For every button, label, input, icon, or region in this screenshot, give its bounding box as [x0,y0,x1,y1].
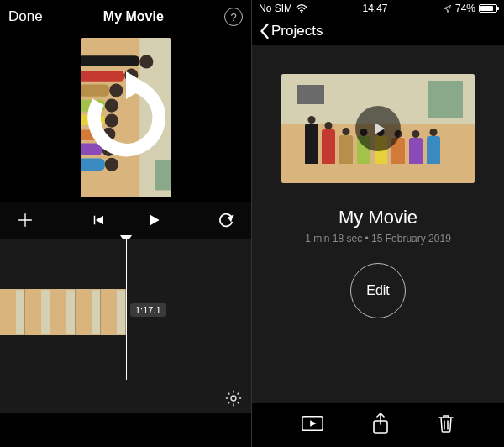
project-title: My Movie [103,9,164,24]
timeline[interactable]: 1:17.1 [0,239,251,413]
location-icon [443,4,452,13]
project-detail: My Movie 1 min 18 sec • 15 February 2019… [252,45,504,403]
battery-icon [479,4,497,13]
clip-duration-label: 1:17.1 [130,303,166,317]
svg-point-6 [301,11,302,13]
video-clip[interactable] [0,289,126,335]
play-overlay-icon [355,106,401,151]
share-button[interactable] [372,413,389,438]
svg-point-5 [231,396,236,401]
editor-header: Done My Movie ? [0,0,251,34]
back-label: Projects [271,23,323,39]
svg-marker-7 [375,123,385,134]
skip-back-button[interactable] [83,205,113,235]
project-title: My Movie [339,207,417,229]
svg-marker-1 [96,216,103,225]
transport-bar [0,202,251,239]
done-button[interactable]: Done [8,8,43,25]
editor-screen: Done My Movie ? [0,0,252,447]
wifi-icon [296,4,307,13]
settings-button[interactable] [224,389,243,408]
carrier-label: No SIM [259,3,292,14]
edit-label: Edit [366,283,390,298]
delete-button[interactable] [438,413,454,437]
svg-marker-2 [150,214,160,225]
projects-screen: No SIM 14:47 74% Projects My Movie 1 min… [252,0,504,447]
chevron-left-icon [259,23,270,39]
back-to-projects[interactable]: Projects [252,17,504,45]
battery-percent: 74% [455,3,475,14]
help-icon[interactable]: ? [224,8,243,26]
svg-marker-9 [310,420,316,426]
undo-button[interactable] [211,205,241,235]
status-bar: No SIM 14:47 74% [252,0,504,17]
rotate-clockwise-icon[interactable] [80,71,172,164]
project-metadata: 1 min 18 sec • 15 February 2019 [305,233,451,245]
add-media-button[interactable] [10,205,40,235]
play-project-button[interactable] [302,415,323,435]
video-preview[interactable] [0,34,251,202]
project-thumbnail[interactable] [281,74,475,183]
edit-button[interactable]: Edit [350,263,406,318]
play-button[interactable] [139,205,169,235]
clock: 14:47 [362,3,387,14]
bottom-toolbar [252,403,504,447]
